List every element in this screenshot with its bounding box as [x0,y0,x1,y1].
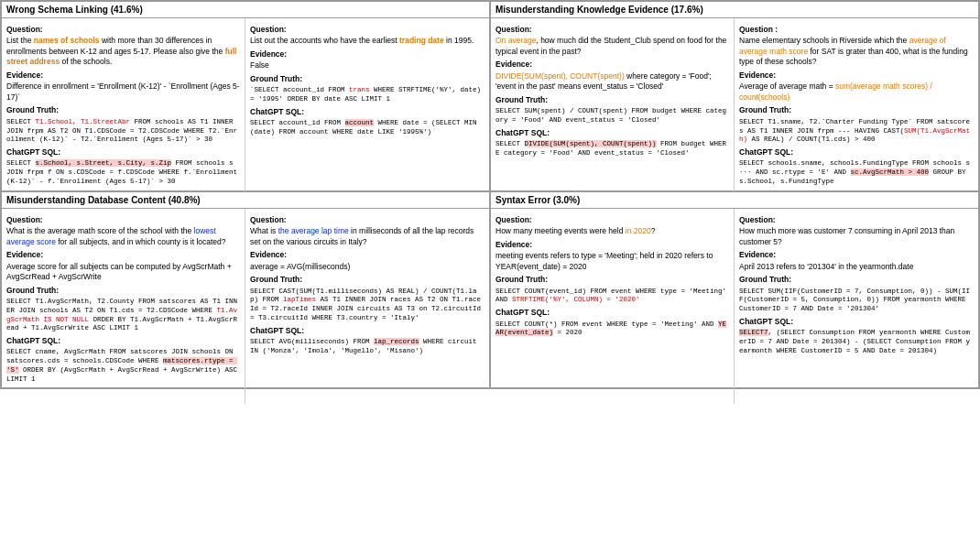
evidence-label: Evidence: [6,71,240,81]
ev-text-s1: meeting events refers to type = 'Meeting… [495,251,713,270]
q-text-d1: What is the average math score of the sc… [6,226,226,245]
gt-code-d1: SELECT T1.AvgScrMath, T2.County FROM sat… [6,298,240,333]
cg-label-d2: ChatGPT SQL: [250,326,485,336]
wrong-schema-block-2: Question: List out the accounts who have… [245,18,489,207]
gt-label-k1: Ground Truth: [495,95,729,105]
section-knowledge-title: Misunderstanding Knowledge Evidence (17.… [491,2,978,18]
cg-label-k2: ChatGPT SQL: [739,147,974,158]
q-text-k2: Name elementary schools in Riverside whi… [739,36,968,66]
ev-text-d2: average = AVG(milliseconds) [250,262,350,271]
syntax-block-2: Question: How much more was customer 7 c… [735,209,978,405]
cg-code-d2: SELECT AVG(milliseconds) FROM lap_record… [250,338,485,356]
ground-truth-code-2: `SELECT account_id FROM trans WHERE STRF… [250,86,485,104]
chatgpt-sql-code: SELECT s.School, s.Street, s.City, s.Zip… [6,159,240,186]
ground-truth-label: Ground Truth: [6,105,240,115]
section-misunderstanding-db: Misunderstanding Database Content (40.8%… [1,191,490,389]
question-label: Question: [6,25,240,35]
ground-truth-code: SELECT T1.School, T1.StreetAbr FROM scho… [6,118,240,145]
chatgpt-sql-label: ChatGPT SQL: [6,147,240,158]
q-label-d2: Question: [250,215,485,225]
q-label-k2: Question : [739,25,974,35]
section-misunderstanding-knowledge: Misunderstanding Knowledge Evidence (17.… [490,1,979,191]
ev-text-s2: April 2013 refers to '201304' in the yea… [739,262,913,271]
question-label-2: Question: [250,25,485,35]
wrong-schema-block-1: Question: List the names of schools with… [2,18,245,207]
chatgpt-sql-code-2: SELECT account_id FROM account WHERE dat… [250,119,485,137]
section-syntax-error: Syntax Error (3.0%) Question: How many m… [490,191,979,389]
section-wrong-schema-title: Wrong Schema Linking (41.6%) [2,2,489,18]
cg-label-k1: ChatGPT SQL: [495,128,729,138]
cg-label-s1: ChatGPT SQL: [495,308,729,318]
gt-label-s2: Ground Truth: [739,275,974,285]
ev-label-k1: Evidence: [495,60,729,70]
ground-truth-label-2: Ground Truth: [250,74,485,84]
section-wrong-schema: Wrong Schema Linking (41.6%) Question: L… [1,1,490,191]
question-text: List the names of schools with more than… [6,36,236,66]
syntax-block-1: Question: How many meeting events were h… [491,209,735,405]
cg-code-k2: SELECT schools.sname, schools.FundingTyp… [739,159,974,186]
gt-label-k2: Ground Truth: [739,105,974,115]
ev-text-k2: Average of average math = sum(average ma… [739,81,932,101]
q-text-s1: How many meeting events were held in 202… [495,226,655,235]
evidence-text: Difference in enrollment = 'Enrollment (… [6,81,240,101]
q-text-d2: What is the average lap time in millisec… [250,226,474,245]
evidence-text-2: False [250,60,269,70]
ev-label-s1: Evidence: [495,240,729,250]
ev-label-d1: Evidence: [6,250,240,260]
knowledge-inner: Question: On average, how much did the S… [491,18,978,207]
section-db-title: Misunderstanding Database Content (40.8%… [2,192,489,209]
gt-label-d2: Ground Truth: [250,275,485,285]
knowledge-block-2: Question : Name elementary schools in Ri… [735,18,978,207]
gt-code-s2: SELECT SUM(IIF(CustomerID = 7, Consumpti… [739,288,974,314]
ev-text-k1: DIVIDE(SUM(spent), COUNT(spent)) where c… [495,71,712,91]
cg-code-s2: SELECT7, (SELECT Consumption FROM yearmo… [739,329,974,355]
ev-label-s2: Evidence: [739,250,974,260]
ev-label-k2: Evidence: [739,71,974,81]
section-syntax-title: Syntax Error (3.0%) [491,192,978,209]
gt-label-d1: Ground Truth: [6,286,240,296]
gt-code-s1: SELECT COUNT(event_id) FROM event WHERE … [495,288,729,306]
syntax-inner: Question: How many meeting events were h… [491,209,978,405]
q-text-s2: How much more was customer 7 consuming i… [739,226,954,245]
gt-code-k1: SELECT SUM(spent) / COUNT(spent) FROM bu… [495,107,729,125]
ev-text-d1: Average score for all subjects can be co… [6,262,232,281]
main-grid: Wrong Schema Linking (41.6%) Question: L… [0,0,980,389]
question-text-2: List out the accounts who have the earli… [250,36,474,45]
db-inner: Question: What is the average math score… [2,209,489,405]
db-block-2: Question: What is the average lap time i… [245,209,489,405]
evidence-label-2: Evidence: [250,49,485,60]
gt-label-s1: Ground Truth: [495,275,729,285]
wrong-schema-inner: Question: List the names of schools with… [2,18,489,207]
cg-code-d1: SELECT cname, AvgScrMath FROM satscores … [6,348,240,384]
q-label-s1: Question: [495,215,729,225]
q-label-s2: Question: [739,215,974,225]
ev-label-d2: Evidence: [250,250,485,260]
db-block-1: Question: What is the average math score… [2,209,245,405]
gt-code-k2: SELECT T1.sname, T2.`Charter Funding Typ… [739,118,974,145]
cg-label-s2: ChatGPT SQL: [739,317,974,327]
q-label-k1: Question: [495,25,729,35]
gt-code-d2: SELECT CAST(SUM(T1.milliseconds) AS REAL… [250,288,485,323]
knowledge-block-1: Question: On average, how much did the S… [491,18,735,207]
q-label-d1: Question: [6,215,240,225]
cg-code-s1: SELECT COUNT(*) FROM event WHERE type = … [495,320,729,339]
chatgpt-sql-label-2: ChatGPT SQL: [250,107,485,117]
q-text-k1: On average, how much did the Student_Clu… [495,36,726,55]
cg-code-k1: SELECT DIVIDE(SUM(spent), COUNT(spent)) … [495,140,729,158]
cg-label-d1: ChatGPT SQL: [6,336,240,346]
